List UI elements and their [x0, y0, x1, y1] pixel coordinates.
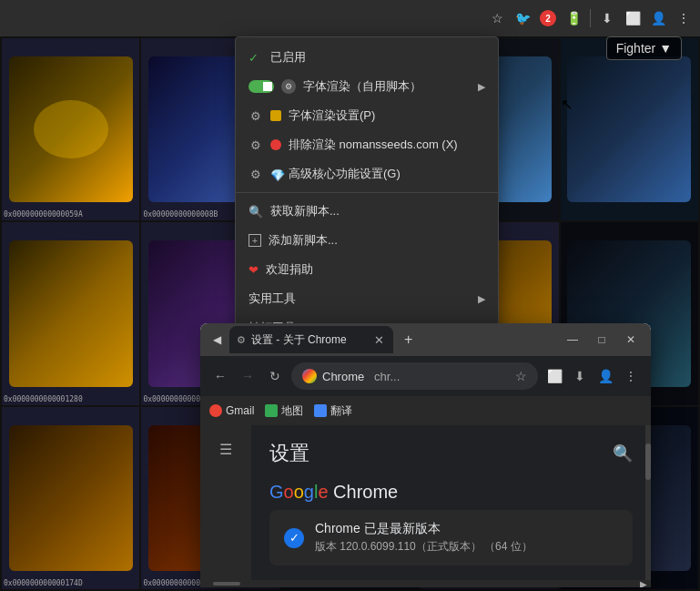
more-menu-icon[interactable]: ⋮: [675, 9, 693, 27]
arrow-icon: ▶: [478, 293, 485, 305]
new-tab-btn[interactable]: +: [397, 331, 420, 348]
game-cell[interactable]: 0x000000000000059A: [2, 38, 139, 220]
tab-title: 设置 - 关于 Chrome: [251, 332, 366, 348]
tab-close-btn[interactable]: ✕: [371, 332, 386, 347]
version-detail: 版本 120.0.6099.110（正式版本） （64 位）: [315, 539, 618, 555]
tab-gear-icon: ⚙: [237, 334, 246, 346]
game-cell[interactable]: [561, 38, 698, 220]
cell-label: 0x0000000000001280: [4, 395, 83, 403]
extension-icon[interactable]: ⬜: [624, 9, 642, 27]
cursor: ↖: [561, 96, 573, 113]
search-icon: 🔍: [249, 205, 263, 219]
menu-item-font-render[interactable]: ⚙ 字体渲染（自用脚本） ▶: [236, 72, 498, 101]
scrollbar-thumb[interactable]: [645, 443, 651, 480]
check-icon: ✓: [249, 51, 263, 65]
menu-item-add-script[interactable]: + 添加新脚本...: [236, 226, 498, 255]
nav-right-icons: ⬜ ⬇ 👤 ⋮: [543, 365, 642, 387]
gmail-favicon: [209, 404, 222, 417]
plus-icon: +: [249, 234, 261, 247]
tab-area: ⚙ 设置 - 关于 Chrome ✕ +: [229, 326, 556, 353]
address-chrome: Chrome chr...: [322, 370, 510, 383]
google-chrome-logo: Google Chrome: [269, 482, 633, 503]
menu-item-enabled[interactable]: ✓ 已启用: [236, 43, 498, 72]
game-cell[interactable]: 0x0000000000001280: [2, 222, 139, 404]
download-nav-icon[interactable]: ⬇: [569, 365, 591, 387]
settings-header: 设置 🔍: [269, 440, 633, 467]
menu-item-label: 获取新脚本...: [270, 203, 340, 219]
chrome-favicon: [302, 369, 317, 383]
horizontal-scrollbar[interactable]: ▶: [200, 580, 651, 587]
menu-item-label: 实用工具: [249, 290, 296, 307]
arrow-icon: ▶: [478, 81, 485, 93]
star-icon[interactable]: ☆: [488, 9, 506, 27]
cell-label: 0x00000000000: [143, 579, 200, 587]
menu-item-get-scripts[interactable]: 🔍 获取新脚本...: [236, 197, 498, 226]
blue-icon: 💎: [270, 168, 281, 179]
cell-label: 0x000000000000059A: [4, 210, 83, 219]
battery-icon[interactable]: 🔋: [564, 9, 583, 27]
close-btn[interactable]: ✕: [618, 327, 644, 352]
bookmark-label: Gmail: [226, 404, 254, 417]
download-icon[interactable]: ⬇: [598, 9, 616, 27]
menu-item-label: 字体渲染设置(P): [289, 107, 375, 124]
menu-item-label: 字体渲染（自用脚本）: [303, 78, 421, 95]
h-scrollbar-thumb[interactable]: [213, 582, 240, 586]
address-bar[interactable]: Chrome chr... ☆: [291, 362, 538, 390]
menu-item-label: 高级核心功能设置(G): [289, 166, 401, 182]
version-check-icon: ✓: [284, 528, 304, 548]
bookmark-maps[interactable]: 地图: [265, 403, 303, 419]
window-controls: — □ ✕: [560, 327, 644, 352]
version-card: ✓ Chrome 已是最新版本 版本 120.0.6099.110（正式版本） …: [269, 510, 633, 566]
bookmark-gmail[interactable]: Gmail: [209, 404, 254, 417]
maximize-btn[interactable]: □: [589, 327, 614, 352]
menu-item-advanced-settings[interactable]: ⚙ 💎 高级核心功能设置(G): [236, 159, 498, 189]
extension-menu: ✓ 已启用 ⚙ 字体渲染（自用脚本） ▶ ⚙ 字体渲染设置(P) ⚙ 排除渲染 …: [235, 36, 499, 349]
menu-item-donate[interactable]: ❤ 欢迎捐助: [236, 255, 498, 284]
fighter-badge[interactable]: Fighter ▼: [606, 36, 682, 60]
chrome-tab-settings[interactable]: ⚙ 设置 - 关于 Chrome ✕: [229, 326, 393, 353]
toggle-switch[interactable]: [249, 80, 274, 93]
chrome-settings-main[interactable]: 设置 🔍 Google Chrome ✓ Chrome 已是最新版本 版本 12…: [251, 425, 651, 580]
chrome-content: ☰ 设置 🔍 Google Chrome ✓ Chrome 已是最新版本 版本 …: [200, 425, 651, 580]
twitter-icon[interactable]: 🐦: [513, 9, 532, 27]
menu-item-exclude-render[interactable]: ⚙ 排除渲染 nomansseeds.com (X): [236, 130, 498, 159]
back-btn[interactable]: ←: [209, 365, 231, 387]
gear-icon: ⚙: [249, 138, 263, 152]
minimize-btn[interactable]: —: [560, 327, 585, 352]
fighter-badge-label: Fighter ▼: [616, 41, 672, 56]
bookmark-star-icon[interactable]: ☆: [515, 369, 527, 383]
bookmark-translate[interactable]: 翻译: [314, 403, 352, 419]
cell-label: 0x000000000000C: [143, 395, 208, 403]
gear-icon: ⚙: [249, 167, 263, 181]
forward-btn[interactable]: →: [237, 365, 259, 387]
chrome-window: ◀ ⚙ 设置 - 关于 Chrome ✕ + — □ ✕ ← → ↻ Chrom…: [200, 323, 651, 587]
menu-item-label: 排除渲染 nomansseeds.com (X): [289, 137, 458, 153]
menu-item-label: 添加新脚本...: [269, 232, 338, 249]
menu-item-label: 欢迎捐助: [266, 261, 313, 278]
settings-title: 设置: [269, 440, 309, 467]
tab-prev-btn[interactable]: ◀: [208, 331, 226, 349]
version-title: Chrome 已是最新版本: [315, 521, 618, 537]
notification-icon[interactable]: 2: [539, 9, 557, 27]
heart-icon: ❤: [249, 263, 259, 277]
yellow-icon: [270, 110, 281, 121]
profile-nav-icon[interactable]: 👤: [594, 365, 616, 387]
more-nav-icon[interactable]: ⋮: [620, 365, 642, 387]
chrome-sidebar: ☰: [200, 425, 251, 580]
scrollbar[interactable]: [645, 425, 651, 580]
refresh-btn[interactable]: ↻: [264, 365, 286, 387]
profile-icon[interactable]: 👤: [649, 9, 667, 27]
version-info: Chrome 已是最新版本 版本 120.0.6099.110（正式版本） （6…: [315, 521, 618, 555]
sidebar-menu-icon[interactable]: ☰: [213, 436, 238, 462]
menu-divider: [236, 192, 498, 193]
cell-label: 0x00000000000008B: [143, 210, 218, 219]
separator: [590, 9, 591, 27]
menu-item-label: 已启用: [270, 49, 306, 66]
translate-favicon: [314, 404, 327, 417]
cell-label: 0x000000000000174D: [4, 579, 83, 587]
menu-item-utilities[interactable]: 实用工具 ▶: [236, 284, 498, 313]
menu-item-font-settings[interactable]: ⚙ 字体渲染设置(P): [236, 101, 498, 130]
extensions-icon[interactable]: ⬜: [543, 365, 565, 387]
game-cell[interactable]: 0x000000000000174D: [2, 407, 139, 589]
settings-search-icon[interactable]: 🔍: [613, 443, 633, 464]
